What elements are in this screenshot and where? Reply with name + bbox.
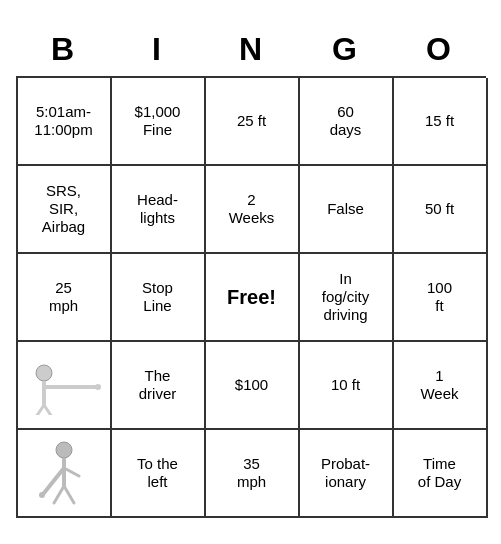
header-letter-i: I	[110, 27, 204, 72]
svg-line-11	[54, 486, 64, 503]
bingo-cell-r2c1: SRS, SIR, Airbag	[18, 166, 112, 254]
bingo-cell-r5c3: 35 mph	[206, 430, 300, 518]
header-letter-n: N	[204, 27, 298, 72]
bingo-cell-r5c1	[18, 430, 112, 518]
bingo-grid: 5:01am- 11:00pm$1,000 Fine25 ft60 days15…	[16, 76, 486, 518]
bingo-cell-r4c3: $100	[206, 342, 300, 430]
cell-text-r3c2: Stop Line	[142, 279, 173, 315]
bingo-cell-r3c1: 25 mph	[18, 254, 112, 342]
cell-text-r5c5: Time of Day	[418, 455, 461, 491]
svg-line-12	[64, 486, 74, 503]
header-letter-b: B	[16, 27, 110, 72]
bingo-cell-r3c2: Stop Line	[112, 254, 206, 342]
cell-text-r2c5: 50 ft	[425, 200, 454, 218]
cell-text-r3c3: Free!	[227, 285, 276, 309]
svg-point-3	[95, 384, 101, 390]
bingo-card: BINGO 5:01am- 11:00pm$1,000 Fine25 ft60 …	[16, 27, 486, 518]
cell-text-r5c2: To the left	[137, 455, 178, 491]
bingo-cell-r3c5: 100 ft	[394, 254, 488, 342]
cell-text-r1c3: 25 ft	[237, 112, 266, 130]
cell-text-r3c5: 100 ft	[427, 279, 452, 315]
cell-text-r4c3: $100	[235, 376, 268, 394]
bingo-cell-r4c5: 1 Week	[394, 342, 488, 430]
cell-text-r1c4: 60 days	[330, 103, 362, 139]
cell-text-r3c1: 25 mph	[49, 279, 78, 315]
bingo-cell-r2c3: 2 Weeks	[206, 166, 300, 254]
bingo-cell-r1c3: 25 ft	[206, 78, 300, 166]
bingo-cell-r1c5: 15 ft	[394, 78, 488, 166]
bingo-cell-r5c2: To the left	[112, 430, 206, 518]
bingo-cell-r3c3: Free!	[206, 254, 300, 342]
cell-text-r2c2: Head- lights	[137, 191, 178, 227]
bingo-cell-r1c1: 5:01am- 11:00pm	[18, 78, 112, 166]
svg-line-5	[44, 405, 52, 415]
svg-line-10	[64, 468, 79, 476]
bingo-cell-r5c5: Time of Day	[394, 430, 488, 518]
svg-point-0	[36, 365, 52, 381]
bingo-cell-r2c2: Head- lights	[112, 166, 206, 254]
bingo-cell-r4c4: 10 ft	[300, 342, 394, 430]
bingo-header: BINGO	[16, 27, 486, 72]
cell-text-r2c1: SRS, SIR, Airbag	[42, 182, 85, 236]
bingo-cell-r5c4: Probat- ionary	[300, 430, 394, 518]
cell-text-r4c5: 1 Week	[420, 367, 458, 403]
cell-text-r4c2: The driver	[139, 367, 177, 403]
cell-text-r2c4: False	[327, 200, 364, 218]
bingo-cell-r3c4: In fog/city driving	[300, 254, 394, 342]
svg-point-6	[56, 442, 72, 458]
svg-line-4	[36, 405, 44, 415]
bingo-cell-r1c4: 60 days	[300, 78, 394, 166]
header-letter-g: G	[298, 27, 392, 72]
bingo-cell-r4c2: The driver	[112, 342, 206, 430]
bingo-cell-r2c4: False	[300, 166, 394, 254]
cell-text-r2c3: 2 Weeks	[229, 191, 275, 227]
bingo-cell-r4c1	[18, 342, 112, 430]
cell-text-r5c3: 35 mph	[237, 455, 266, 491]
cell-text-r5c4: Probat- ionary	[321, 455, 370, 491]
arm-down-icon	[29, 438, 99, 508]
cell-text-r4c4: 10 ft	[331, 376, 360, 394]
cell-text-r1c2: $1,000 Fine	[135, 103, 181, 139]
cell-text-r1c1: 5:01am- 11:00pm	[34, 103, 92, 139]
cell-text-r3c4: In fog/city driving	[322, 270, 370, 324]
bingo-cell-r2c5: 50 ft	[394, 166, 488, 254]
svg-point-9	[39, 492, 45, 498]
bingo-cell-r1c2: $1,000 Fine	[112, 78, 206, 166]
header-letter-o: O	[392, 27, 486, 72]
cell-text-r1c5: 15 ft	[425, 112, 454, 130]
arm-right-icon	[24, 355, 104, 415]
